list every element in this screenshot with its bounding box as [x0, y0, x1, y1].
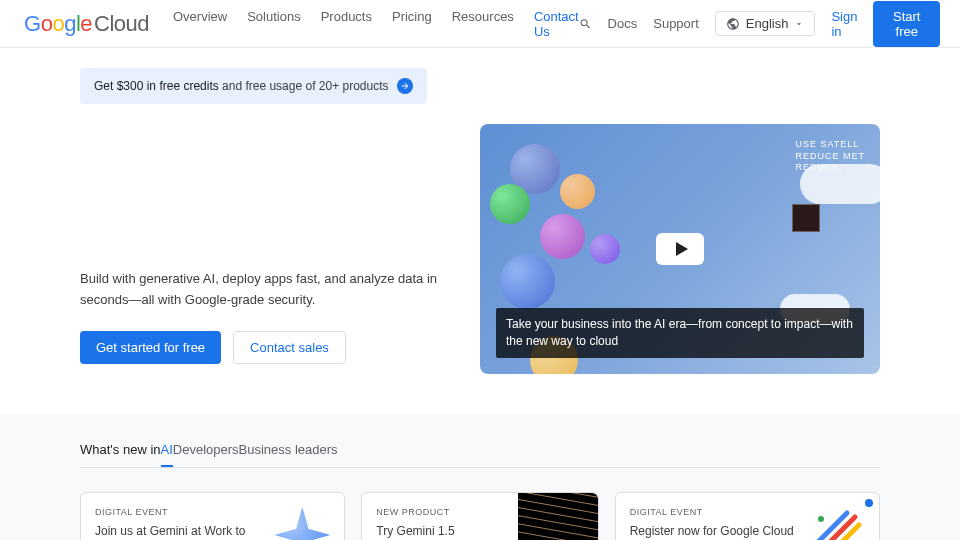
hero-video[interactable]: USE SATELL REDUCE MET REDUCE. Take your …	[480, 124, 880, 374]
card-eyebrow: NEW PRODUCT	[376, 507, 491, 517]
contact-sales-button[interactable]: Contact sales	[233, 331, 346, 364]
nav-contact-us[interactable]: Contact Us	[534, 9, 579, 39]
sign-in-link[interactable]: Sign in	[831, 9, 857, 39]
get-started-button[interactable]: Get started for free	[80, 331, 221, 364]
hero-buttons: Get started for free Contact sales	[80, 331, 440, 364]
card-title: Join us at Gemini at Work to learn about…	[95, 523, 262, 540]
tab-developers[interactable]: Developers	[173, 434, 239, 467]
tab-business-leaders[interactable]: Business leaders	[239, 434, 338, 467]
header: Google Cloud Overview Solutions Products…	[0, 0, 960, 48]
search-icon[interactable]	[579, 14, 592, 34]
support-link[interactable]: Support	[653, 16, 699, 31]
cards-row: DIGITAL EVENT Join us at Gemini at Work …	[80, 492, 880, 540]
card-title: Register now for Google Cloud Startup Su…	[630, 523, 797, 540]
promo-bold: Get $300 in free credits	[94, 79, 219, 93]
tab-ai[interactable]: AI	[161, 434, 173, 467]
language-selector[interactable]: English	[715, 11, 816, 36]
globe-icon	[726, 17, 740, 31]
main-content: Get $300 in free credits and free usage …	[0, 48, 960, 374]
video-overlay-text: USE SATELL REDUCE MET REDUCE.	[795, 139, 865, 174]
nav-overview[interactable]: Overview	[173, 9, 227, 39]
badge-icon	[865, 499, 873, 507]
whats-new-tabs: What's new in AI Developers Business lea…	[80, 434, 880, 468]
arrow-right-icon	[397, 78, 413, 94]
card-eyebrow: DIGITAL EVENT	[95, 507, 262, 517]
promo-banner[interactable]: Get $300 in free credits and free usage …	[80, 68, 427, 104]
card-startup-summit[interactable]: DIGITAL EVENT Register now for Google Cl…	[615, 492, 880, 540]
nav-pricing[interactable]: Pricing	[392, 9, 432, 39]
card-eyebrow: DIGITAL EVENT	[630, 507, 797, 517]
card-gemini-models[interactable]: NEW PRODUCT Try Gemini 1.5 models to bui…	[361, 492, 598, 540]
card-gemini-at-work[interactable]: DIGITAL EVENT Join us at Gemini at Work …	[80, 492, 345, 540]
chevron-down-icon	[794, 19, 804, 29]
play-icon[interactable]	[656, 233, 704, 265]
nav-solutions[interactable]: Solutions	[247, 9, 300, 39]
waves-image	[518, 493, 598, 540]
docs-link[interactable]: Docs	[608, 16, 638, 31]
main-nav: Overview Solutions Products Pricing Reso…	[173, 9, 579, 39]
video-caption: Take your business into the AI era—from …	[496, 308, 864, 358]
video-poster-thumb	[792, 204, 820, 232]
header-left: Google Cloud Overview Solutions Products…	[24, 9, 579, 39]
whats-new-label: What's new in	[80, 434, 161, 467]
hero-description: Build with generative AI, deploy apps fa…	[80, 269, 440, 311]
nav-resources[interactable]: Resources	[452, 9, 514, 39]
start-free-button[interactable]: Start free	[873, 1, 940, 47]
logo[interactable]: Google Cloud	[24, 11, 149, 37]
hero-video-wrap: USE SATELL REDUCE MET REDUCE. Take your …	[480, 124, 880, 374]
whats-new-section: What's new in AI Developers Business lea…	[0, 414, 960, 540]
language-label: English	[746, 16, 789, 31]
card-title: Try Gemini 1.5 models to build with up t…	[376, 523, 491, 540]
hero-text: Build with generative AI, deploy apps fa…	[80, 124, 440, 374]
svg-point-3	[818, 516, 824, 522]
promo-rest: and free usage of 20+ products	[219, 79, 389, 93]
nav-products[interactable]: Products	[321, 9, 372, 39]
hero-section: Build with generative AI, deploy apps fa…	[80, 124, 880, 374]
header-right: Docs Support English Sign in Start free	[579, 1, 940, 47]
gemini-spark-icon	[274, 507, 330, 540]
stripes-icon	[809, 507, 865, 540]
